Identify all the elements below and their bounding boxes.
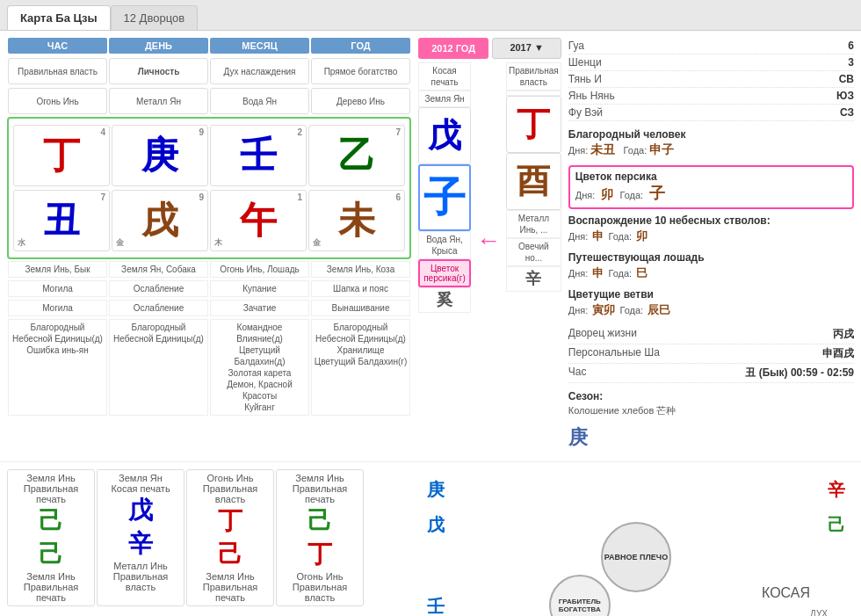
- year-top-label-1: Косая печать: [418, 62, 471, 91]
- year-col-2012: Косая печать Земля Ян 戊 子 Вода Ян, Крыса…: [418, 62, 471, 313]
- diag-char-geng: 庚: [427, 478, 445, 502]
- branch-label-hour: Земля Инь, Бык: [8, 261, 107, 278]
- shenqi-value: 3: [848, 56, 854, 69]
- branch-char-month: 木 午 1: [210, 190, 307, 251]
- noble-person-detail: Дня: 未丑 Года: 申子: [568, 142, 854, 158]
- year-branch-label-2: Металл Инь, ...: [506, 210, 561, 238]
- travel-horse-title: Путешествующая лошадь: [568, 251, 854, 264]
- year-special-2: Овечий но...: [506, 238, 561, 266]
- fuwei-label: Фу Вэй: [568, 106, 603, 119]
- branch-char-year: 金 未 6: [308, 190, 405, 251]
- detail-month-1: Купание: [210, 280, 309, 297]
- bazi-panel: ЧАС ДЕНЬ МЕСЯЦ ГОД Правильная власть Лич…: [7, 38, 411, 451]
- diag-left-circle: ГРАБИТЕЛЬ БОГАТСТВА: [549, 575, 611, 616]
- noble-person-title: Благородный человек: [568, 128, 854, 141]
- diag-char-ren: 壬: [427, 595, 445, 616]
- flower-branches-title: Цветущие ветви: [568, 288, 854, 301]
- diag-char-xin: 辛: [828, 478, 845, 502]
- col-header-month: МЕСЯЦ: [210, 38, 309, 54]
- tianyi-label: Тянь И: [568, 73, 602, 85]
- detail-year-2: Вынашивание: [311, 300, 410, 316]
- tab-12palaces[interactable]: 12 Дворцов: [111, 5, 199, 30]
- fuwei-value: СЗ: [840, 106, 854, 119]
- personal-sha-value: 申酉戌: [822, 346, 854, 361]
- special-day: Благородный Небесной Единицы(д): [109, 319, 208, 416]
- year-top-label-2: Правильная власть: [506, 62, 561, 91]
- top-label-hour: Правильная власть: [8, 58, 107, 84]
- special-month: Командное Влияние(д) Цветущий Балдахин(д…: [210, 319, 309, 416]
- year-col-2017: Правильная власть 丁 酉 Металл Инь, ... Ов…: [506, 62, 561, 313]
- season-title: Сезон:: [568, 390, 854, 402]
- travel-horse-detail: Дня: 申 Года: 巳: [568, 265, 854, 281]
- hour-label: Час: [568, 366, 587, 380]
- stem-char-month: 2 壬: [210, 125, 307, 186]
- hour-value: 丑 (Бык) 00:59 - 02:59: [745, 366, 854, 380]
- elem-label-day: Металл Ян: [109, 88, 208, 114]
- diag-char-wu: 戊: [427, 513, 445, 537]
- info-panel: Гуа 6 Шенци 3 Тянь И СВ Янь Нянь ЮЗ Фу В…: [568, 38, 854, 451]
- year-hidden-1: 奚: [418, 287, 471, 313]
- gen-stems-title: Воспарождение 10 небесных стволов:: [568, 214, 854, 227]
- branch-char-hour: 水 丑 7: [13, 190, 110, 251]
- special-hour: Благородный Небесной Единицы(д) Ошибка и…: [8, 319, 107, 416]
- elem-label-hour: Огонь Инь: [8, 88, 107, 114]
- top-label-month: Дух наслаждения: [210, 58, 309, 84]
- year-elem-1: Земля Ян: [418, 91, 471, 107]
- year-stem-char-1: 戊: [418, 107, 471, 164]
- luck-pillars: Земля Инь Правильная печать 己 己 Земля Ин…: [7, 469, 411, 616]
- shenqi-label: Шенци: [568, 56, 602, 69]
- year-header-2012[interactable]: 2012 ГОД: [418, 38, 488, 59]
- branch-char-day: 金 戌 9: [112, 190, 208, 251]
- elem-label-year: Дерево Инь: [311, 88, 410, 114]
- luck-cell-2: Земля Ян Косая печать 戊 辛 Металл Инь Пра…: [97, 469, 184, 606]
- palace-life-label: Дворец жизни: [568, 327, 637, 342]
- peach-blossom-box: Цветок персика Дня: 卯 Года: 子: [568, 165, 854, 209]
- diag-label-right: КОСАЯ: [762, 585, 810, 601]
- stem-char-hour: 4 丁: [13, 125, 110, 186]
- detail-day-1: Ослабление: [109, 280, 208, 297]
- branch-label-day: Земля Ян, Собака: [109, 261, 208, 278]
- gen-stems-detail: Дня: 申 Года: 卯: [568, 228, 854, 244]
- special-year: Благородный Небесной Единицы(д) Хранилищ…: [311, 319, 410, 416]
- tianyi-value: СВ: [839, 73, 854, 85]
- gua-value: 6: [848, 40, 854, 52]
- luck-cell-3: Огонь Инь Правильная власть 丁 己 Земля Ин…: [186, 469, 274, 606]
- diag-label-spirit: ДУХ: [810, 609, 828, 616]
- personal-sha-label: Персональные Ша: [568, 346, 660, 361]
- yannyan-label: Янь Нянь: [568, 90, 615, 102]
- yannyan-value: ЮЗ: [836, 90, 854, 102]
- stem-char-year: 7 乙: [308, 125, 405, 186]
- peach-blossom-detail: Дня: 卯 Года: 子: [575, 183, 847, 204]
- year-special-label-1: Цветок персика(г): [418, 259, 471, 287]
- top-label-year: Прямое богатство: [311, 58, 410, 84]
- detail-year-1: Шапка и пояс: [311, 280, 410, 297]
- luck-cell-4: Земля Инь Правильная печать 己 丁 Огонь Ин…: [276, 469, 364, 606]
- peach-blossom-arrow: ←: [474, 62, 503, 313]
- flower-branches-detail: Дня: 寅卯 Года: 辰巳: [568, 302, 854, 318]
- branch-label-year: Земля Инь, Коза: [311, 261, 410, 278]
- detail-month-2: Зачатие: [210, 300, 309, 316]
- branch-label-month: Огонь Инь, Лошадь: [210, 261, 309, 278]
- elem-label-month: Вода Ян: [210, 88, 309, 114]
- stem-char-day: 9 庚: [112, 125, 208, 186]
- col-header-day: ДЕНЬ: [109, 38, 208, 54]
- year-branch-char-1: 子: [418, 164, 471, 231]
- luck-cell-1: Земля Инь Правильная печать 己 己 Земля Ин…: [7, 469, 95, 606]
- detail-hour-1: Могила: [8, 280, 107, 297]
- five-elements-diagram: 庚 辛 戊 己 壬 РАВНОЕ ПЛЕЧО ГРАБИТЕЛЬ БОГАТСТ…: [418, 469, 854, 616]
- gua-label: Гуа: [568, 40, 584, 52]
- year-branch-char-2: 酉: [506, 153, 561, 210]
- top-label-day: Личность: [109, 58, 208, 84]
- col-header-hour: ЧАС: [8, 38, 107, 54]
- detail-hour-2: Могила: [8, 300, 107, 316]
- col-header-year: ГОД: [311, 38, 410, 54]
- year-header-2017[interactable]: 2017 ▼: [492, 38, 561, 59]
- extra-char: 庚: [568, 424, 854, 451]
- year-branch-label-1: Вода Ян, Крыса: [418, 231, 471, 259]
- year-hidden-2: 辛: [506, 266, 561, 292]
- year-panel: 2012 ГОД 2017 ▼ Косая печать Земля Ян 戊 …: [418, 38, 561, 451]
- year-stem-char-2: 丁: [506, 96, 561, 153]
- detail-day-2: Ослабление: [109, 300, 208, 316]
- tab-bazi[interactable]: Карта Ба Цзы: [7, 5, 111, 30]
- palace-life-value: 丙戌: [833, 327, 854, 342]
